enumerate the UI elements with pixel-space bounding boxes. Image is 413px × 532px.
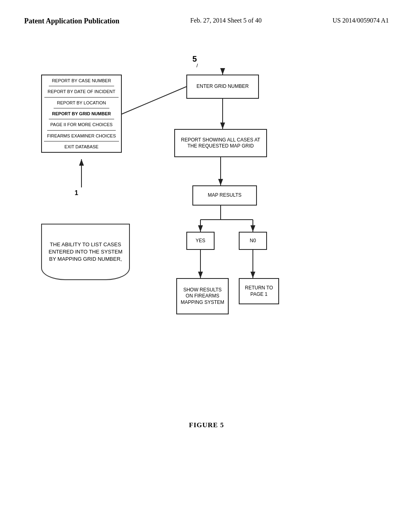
diagram-area: 5 / REPORT BY CASE NUMBER REPORT BY DATE… [33,50,380,413]
show-results-box: SHOW RESULTS ON FIREARMS MAPPING SYSTEM [176,278,229,314]
menu-item-firearms: FIREARMS EXAMINER CHOICES [44,131,119,141]
menu-item-case-number: REPORT BY CASE NUMBER [49,75,115,86]
note-text: THE ABILITY TO LIST CASES ENTERED INTO T… [46,241,125,263]
return-to-box: RETURN TO PAGE 1 [239,278,279,304]
node-5-slash: / [196,62,198,69]
menu-box: REPORT BY CASE NUMBER REPORT BY DATE OF … [41,75,122,153]
figure-label: FIGURE 5 [24,421,389,429]
arrow-number-label: 1 [75,189,78,197]
yes-box: YES [186,232,215,250]
publication-title: Patent Application Publication [24,16,119,26]
report-showing-box: REPORT SHOWING ALL CASES AT THE REQUESTE… [174,129,267,157]
menu-item-page2: PAGE II FOR MORE CHOICES [47,119,116,130]
publication-date-sheet: Feb. 27, 2014 Sheet 5 of 40 [190,16,262,25]
map-results-box: MAP RESULTS [192,185,257,206]
note-box: THE ABILITY TO LIST CASES ENTERED INTO T… [41,224,130,280]
no-box: N0 [239,232,267,250]
enter-grid-box: ENTER GRID NUMBER [186,75,259,99]
page-header: Patent Application Publication Feb. 27, … [24,16,389,26]
menu-item-date: REPORT BY DATE OF INCIDENT [44,86,119,97]
menu-item-location: REPORT BY LOCATION [54,98,109,108]
svg-line-3 [122,87,186,114]
publication-number: US 2014/0059074 A1 [332,16,389,25]
menu-item-exit: EXIT DATABASE [61,141,102,152]
page: Patent Application Publication Feb. 27, … [0,0,413,532]
menu-item-grid: REPORT BY GRID NUMBER [49,108,114,119]
